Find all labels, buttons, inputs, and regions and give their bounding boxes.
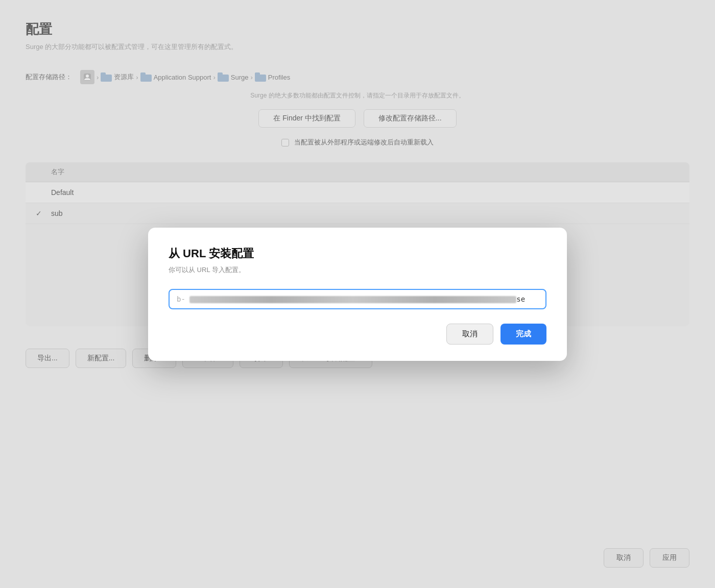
dialog-title: 从 URL 安装配置: [169, 246, 546, 261]
modal-overlay: 从 URL 安装配置 你可以从 URL 导入配置。 b- se 取消 完成: [0, 0, 715, 588]
url-input-wrapper[interactable]: b- se: [169, 289, 546, 309]
dialog-confirm-button[interactable]: 完成: [500, 324, 546, 345]
dialog-cancel-button[interactable]: 取消: [446, 324, 493, 345]
input-end: se: [516, 295, 525, 303]
dialog-actions: 取消 完成: [169, 324, 546, 345]
blurred-url: [189, 296, 516, 303]
main-panel: 配置 Surge 的大部分功能都可以被配置式管理，可在这里管理所有的配置式。 配…: [0, 0, 715, 588]
input-blurred-content: b-: [177, 295, 516, 303]
dialog-subtitle: 你可以从 URL 导入配置。: [169, 265, 546, 275]
install-url-dialog: 从 URL 安装配置 你可以从 URL 导入配置。 b- se 取消 完成: [148, 228, 567, 361]
